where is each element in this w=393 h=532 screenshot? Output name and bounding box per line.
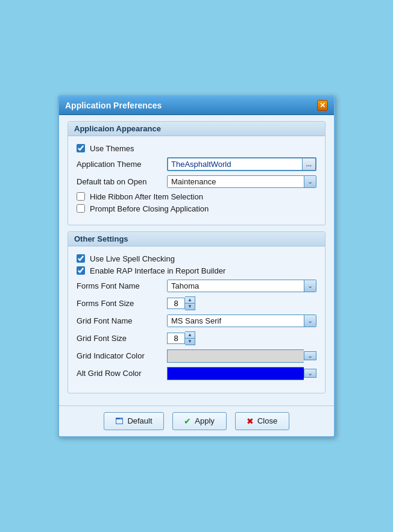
live-spell-label: Use Live Spell Checking [90, 254, 175, 263]
forms-font-size-control: 8 ▲ ▼ [167, 296, 316, 310]
close-button[interactable]: ✖ Close [235, 412, 289, 430]
use-themes-checkbox[interactable] [77, 144, 85, 152]
grid-indicator-color-row: Grid Indicator Color ⌄ [77, 349, 316, 363]
grid-indicator-color-swatch[interactable] [167, 349, 304, 363]
dialog-title: Application Preferences [65, 101, 162, 110]
default-tab-select-wrapper: Maintenance ⌄ [167, 175, 316, 188]
forms-font-name-label: Forms Font Name [77, 281, 167, 290]
dialog-footer: 🗔 Default ✔ Apply ✖ Close [59, 405, 334, 436]
default-tab-select[interactable]: Maintenance [168, 176, 304, 187]
appearance-section-header: Applicaion Appearance [68, 122, 325, 136]
hide-ribbon-label: Hide Ribbon After Item Selection [90, 192, 203, 201]
app-theme-input-wrapper: ... [167, 157, 316, 171]
app-theme-label: Application Theme [77, 160, 167, 169]
grid-indicator-color-picker: ⌄ [167, 349, 316, 363]
apply-checkmark-icon: ✔ [184, 416, 191, 426]
grid-font-size-up-button[interactable]: ▲ [185, 332, 195, 339]
other-settings-section: Other Settings Use Live Spell Checking E… [68, 231, 325, 393]
live-spell-checkbox[interactable] [77, 254, 85, 263]
forms-font-name-arrow-icon: ⌄ [304, 280, 316, 292]
grid-font-size-control: 8 ▲ ▼ [167, 331, 316, 345]
rap-interface-row: Enable RAP Interface in Report Builder [77, 266, 316, 275]
default-button[interactable]: 🗔 Default [104, 412, 163, 430]
rap-interface-label: Enable RAP Interface in Report Builder [90, 266, 225, 275]
alt-grid-row-color-label: Alt Grid Row Color [77, 369, 167, 378]
forms-font-size-down-button[interactable]: ▼ [185, 304, 195, 310]
grid-font-size-label: Grid Font Size [77, 334, 167, 343]
grid-font-name-arrow-icon: ⌄ [304, 315, 316, 327]
rap-interface-checkbox[interactable] [77, 266, 85, 275]
hide-ribbon-checkbox[interactable] [77, 192, 85, 201]
appearance-section-content: Use Themes Application Theme ... Default… [68, 136, 325, 219]
alt-grid-row-color-arrow-icon[interactable]: ⌄ [304, 369, 316, 378]
default-tab-control: Maintenance ⌄ [167, 175, 316, 188]
default-tab-row: Default tab on Open Maintenance ⌄ [77, 175, 316, 188]
grid-font-size-spinbox: 8 ▲ ▼ [167, 331, 195, 345]
forms-font-size-spinbox: 8 ▲ ▼ [167, 296, 195, 310]
grid-font-name-control: MS Sans Serif ⌄ [167, 315, 316, 327]
alt-grid-row-color-row: Alt Grid Row Color ⌄ [77, 367, 316, 380]
alt-grid-row-color-control: ⌄ [167, 367, 316, 380]
forms-font-name-select[interactable]: Tahoma [168, 280, 304, 292]
grid-font-name-row: Grid Font Name MS Sans Serif ⌄ [77, 315, 316, 327]
other-settings-header: Other Settings [68, 232, 325, 246]
default-tab-label: Default tab on Open [77, 177, 167, 186]
appearance-section: Applicaion Appearance Use Themes Applica… [68, 121, 325, 225]
grid-indicator-color-arrow-icon[interactable]: ⌄ [304, 351, 316, 360]
grid-font-size-arrows: ▲ ▼ [185, 331, 195, 345]
grid-indicator-color-label: Grid Indicator Color [77, 351, 167, 360]
title-bar: Application Preferences ✕ [59, 96, 334, 115]
grid-font-size-value: 8 [167, 333, 185, 344]
forms-font-size-label: Forms Font Size [77, 299, 167, 308]
grid-font-name-label: Grid Font Name [77, 316, 167, 325]
app-theme-row: Application Theme ... [77, 157, 316, 171]
default-tab-arrow-icon: ⌄ [304, 176, 316, 187]
title-bar-close-button[interactable]: ✕ [317, 100, 328, 111]
default-label: Default [127, 416, 152, 425]
other-settings-content: Use Live Spell Checking Enable RAP Inter… [68, 246, 325, 387]
use-themes-row: Use Themes [77, 144, 316, 153]
grid-font-name-select[interactable]: MS Sans Serif [168, 315, 304, 327]
app-theme-input[interactable] [168, 158, 302, 170]
grid-indicator-color-control: ⌄ [167, 349, 316, 363]
forms-font-size-row: Forms Font Size 8 ▲ ▼ [77, 296, 316, 310]
grid-font-size-down-button[interactable]: ▼ [185, 339, 195, 345]
use-themes-label: Use Themes [90, 144, 134, 153]
close-x-icon: ✖ [247, 416, 254, 426]
forms-font-size-up-button[interactable]: ▲ [185, 297, 195, 304]
forms-font-size-value: 8 [167, 298, 185, 309]
prompt-closing-row: Prompt Before Closing Application [77, 204, 316, 213]
alt-grid-row-color-swatch[interactable] [167, 367, 304, 380]
app-theme-control: ... [167, 157, 316, 171]
hide-ribbon-row: Hide Ribbon After Item Selection [77, 192, 316, 201]
apply-label: Apply [195, 416, 215, 425]
close-label: Close [257, 416, 277, 425]
dialog-body: Applicaion Appearance Use Themes Applica… [59, 115, 334, 405]
forms-font-name-select-wrapper: Tahoma ⌄ [167, 280, 316, 292]
application-preferences-dialog: Application Preferences ✕ Applicaion App… [58, 95, 335, 437]
live-spell-row: Use Live Spell Checking [77, 254, 316, 263]
app-theme-ellipsis-button[interactable]: ... [302, 158, 315, 170]
default-icon: 🗔 [115, 416, 124, 426]
forms-font-size-arrows: ▲ ▼ [185, 296, 195, 310]
alt-grid-row-color-picker: ⌄ [167, 367, 316, 380]
forms-font-name-row: Forms Font Name Tahoma ⌄ [77, 280, 316, 292]
prompt-closing-label: Prompt Before Closing Application [90, 204, 209, 213]
forms-font-name-control: Tahoma ⌄ [167, 280, 316, 292]
apply-button[interactable]: ✔ Apply [172, 412, 227, 430]
prompt-closing-checkbox[interactable] [77, 204, 85, 213]
grid-font-name-select-wrapper: MS Sans Serif ⌄ [167, 315, 316, 327]
grid-font-size-row: Grid Font Size 8 ▲ ▼ [77, 331, 316, 345]
